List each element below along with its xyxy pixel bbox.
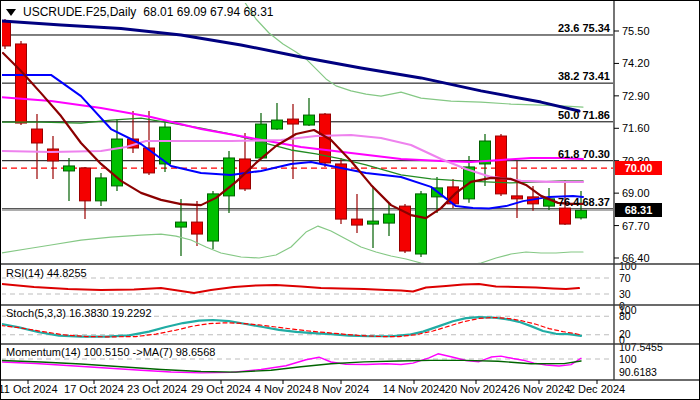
candle-body <box>512 196 523 199</box>
date-label: 23 Oct 2024 <box>127 383 187 395</box>
candle-body <box>16 44 27 123</box>
candle-body <box>272 120 283 129</box>
candle <box>1 19 11 49</box>
date-label: 8 Nov 2024 <box>313 383 369 395</box>
candle-body <box>384 214 395 223</box>
price-tick-label: 66.40 <box>622 252 650 264</box>
momentum-scale-label: 100 <box>619 353 637 365</box>
candle <box>368 186 379 248</box>
rsi-panel <box>1 278 614 294</box>
stoch-main-line <box>1 317 581 336</box>
fib-label: 61.8 70.30 <box>558 148 610 160</box>
candle-body <box>336 164 347 219</box>
band-upper <box>244 1 583 107</box>
candle <box>192 201 203 246</box>
chart-symbol-title: USCRUDE.F25,Daily <box>23 5 136 19</box>
price-tick-label: 75.50 <box>622 25 650 37</box>
stoch-scale-label: 80 <box>619 310 631 322</box>
main-price-panel: 23.6 75.3438.2 73.4150.0 71.8661.8 70.30… <box>1 1 614 266</box>
band-lower <box>1 226 583 266</box>
stoch-signal-line <box>1 318 581 337</box>
candle <box>304 98 315 126</box>
candle <box>272 103 283 130</box>
candle <box>48 136 59 179</box>
date-label: 17 Oct 2024 <box>64 383 124 395</box>
candle-body <box>64 166 75 171</box>
candle-body <box>96 178 107 201</box>
price-tick-label: 69.00 <box>622 187 650 199</box>
stoch-panel-label: Stoch(5,3,3) 16.3830 19.2292 <box>6 307 152 319</box>
candle <box>176 199 187 256</box>
rsi-panel-label: RSI(14) 44.8255 <box>6 267 87 279</box>
candle <box>256 113 267 159</box>
date-label: 26 Nov 2024 <box>508 383 570 395</box>
candle <box>16 41 27 125</box>
candle-body <box>576 210 587 217</box>
candle-body <box>560 208 571 224</box>
momentum-scale-label: 90.6183 <box>619 366 657 378</box>
fib-label: 38.2 73.41 <box>558 70 610 82</box>
candle-body <box>192 222 203 234</box>
momentum-panel-label: Momentum(14) 100.5150 ->MA(7) 98.6568 <box>6 346 215 358</box>
candle-body <box>496 136 507 194</box>
candle <box>512 161 523 218</box>
candle-body <box>416 194 427 254</box>
candle-body <box>80 168 91 201</box>
candle <box>224 151 235 213</box>
date-label: 29 Oct 2024 <box>191 383 251 395</box>
chart-ohlc-values: 68.01 69.09 67.94 68.31 <box>143 5 273 19</box>
chart-surface[interactable]: 23.6 75.3438.2 73.4150.0 71.8661.8 70.30… <box>1 1 700 400</box>
alert-price-badge: 70.00 <box>615 161 662 175</box>
date-label: 2 Dec 2024 <box>569 383 625 395</box>
price-tick-label: 67.70 <box>622 220 650 232</box>
candle <box>80 167 91 219</box>
candle-body <box>304 115 315 125</box>
candle-body <box>368 221 379 224</box>
candle-body <box>352 219 363 225</box>
candle <box>96 173 107 206</box>
momentum-scale-label: 107.5455 <box>619 341 663 353</box>
candle-body <box>32 129 43 143</box>
candle <box>464 156 475 203</box>
candle <box>32 114 43 179</box>
candle-body <box>1 21 11 46</box>
rsi-scale-label: 70 <box>619 272 631 284</box>
date-label: 11 Oct 2024 <box>1 383 58 395</box>
rsi-line <box>1 284 579 293</box>
chart-window: 23.6 75.3438.2 73.4150.0 71.8661.8 70.30… <box>0 0 700 400</box>
current-price-badge: 68.31 <box>615 203 662 217</box>
candle <box>496 134 507 196</box>
price-tick-label: 72.90 <box>622 90 650 102</box>
chart-title-bar: USCRUDE.F25,Daily 68.01 69.09 67.94 68.3… <box>6 5 273 19</box>
fib-label: 23.6 75.34 <box>558 22 611 34</box>
price-tick-label: 71.60 <box>622 122 650 134</box>
chart-menu-icon[interactable] <box>6 9 16 16</box>
date-label: 20 Nov 2024 <box>445 383 507 395</box>
fib-label: 50.0 71.86 <box>558 109 610 121</box>
fib-label: 76.4 68.37 <box>558 196 610 208</box>
price-tick-label: 74.20 <box>622 57 650 69</box>
candle-body <box>176 222 187 227</box>
candle <box>352 194 363 233</box>
date-label: 4 Nov 2024 <box>255 383 311 395</box>
candle-body <box>288 119 299 124</box>
candle <box>64 158 75 201</box>
candle <box>416 191 427 257</box>
stoch-panel <box>1 316 614 337</box>
date-label: 14 Nov 2024 <box>383 383 445 395</box>
rsi-scale-label: 30 <box>619 288 631 300</box>
